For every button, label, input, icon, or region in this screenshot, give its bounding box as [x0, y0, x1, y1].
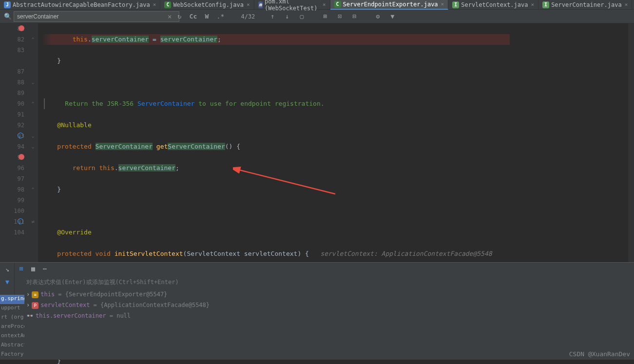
- find-down-icon[interactable]: ↓: [281, 11, 293, 22]
- chevron-right-icon[interactable]: ›: [26, 291, 30, 298]
- tab-label: pom.xml (WebSocketTest): [265, 0, 320, 12]
- editor: 81 82 83 87 88 89 90 91 92 93 94 95 96 9…: [0, 23, 634, 262]
- close-icon[interactable]: ×: [247, 1, 250, 8]
- add-selection-icon[interactable]: ⊞: [319, 11, 331, 22]
- line-num: 95: [0, 152, 24, 163]
- line-num: 100: [0, 206, 24, 216]
- frame-row[interactable]: rt (org.sp: [0, 313, 24, 323]
- tab-6[interactable]: CServerWe: [632, 0, 634, 10]
- line-num: 98: [0, 184, 24, 195]
- line-num: 94: [0, 141, 24, 152]
- line-num: 99: [0, 195, 24, 206]
- frame-row[interactable]: ontextAw: [0, 332, 24, 341]
- frame-row[interactable]: areProce: [0, 323, 24, 332]
- line-num: 93: [0, 131, 24, 141]
- var-row[interactable]: 👓this.serverContainer = null: [24, 310, 634, 321]
- line-num: 83: [0, 45, 24, 56]
- find-input[interactable]: [14, 11, 179, 22]
- clear-icon[interactable]: ×: [168, 13, 172, 20]
- regex-icon[interactable]: .*: [214, 11, 226, 22]
- gutter[interactable]: 81 82 83 87 88 89 90 91 92 93 94 95 96 9…: [0, 23, 28, 262]
- tab-label: WebSocketConfig.java: [173, 1, 244, 8]
- select-all-icon[interactable]: ▢: [296, 11, 307, 22]
- remove-occur-icon[interactable]: ⊟: [348, 11, 360, 22]
- line-num: 104: [0, 227, 24, 238]
- close-icon[interactable]: ×: [323, 1, 326, 8]
- tab-label: AbstractAutowireCapableBeanFactory.java: [13, 1, 150, 8]
- chevron-right-icon[interactable]: ›: [26, 302, 30, 308]
- line-num: 89: [0, 88, 24, 98]
- line-num: 96: [0, 163, 24, 173]
- field-icon: ≡: [32, 291, 38, 298]
- watches-tab-icon[interactable]: ▦: [28, 264, 38, 273]
- var-row[interactable]: ›≡this = {ServerEndpointExporter@5547}: [24, 289, 634, 300]
- line-num: 91: [0, 109, 24, 120]
- frame-row[interactable]: g.springfr: [0, 295, 24, 304]
- param-icon: P: [32, 302, 38, 309]
- tab-0[interactable]: JAbstractAutowireCapableBeanFactory.java…: [0, 0, 160, 10]
- filter-icon[interactable]: ▼: [0, 275, 15, 288]
- select-occur-icon[interactable]: ⊡: [334, 11, 346, 22]
- line-num: 92: [0, 120, 24, 131]
- close-icon[interactable]: ×: [153, 1, 156, 8]
- editor-tabs: JAbstractAutowireCapableBeanFactory.java…: [0, 0, 634, 10]
- tab-3[interactable]: CServerEndpointExporter.java×: [330, 0, 449, 10]
- step-icon[interactable]: ↘: [0, 263, 15, 275]
- line-num: 88: [0, 77, 24, 88]
- line-num: 81: [0, 23, 24, 34]
- glasses-icon: 👓: [26, 312, 34, 319]
- tab-label: ServletContext.java: [461, 1, 528, 8]
- find-bar: 🔍 × ↻ Cc W .* 4/32 ↑ ↓ ▢ ⊞ ⊡ ⊟ ⚙ ▼: [0, 10, 634, 23]
- tab-2[interactable]: mpom.xml (WebSocketTest)×: [254, 0, 330, 10]
- words-icon[interactable]: W: [201, 11, 212, 22]
- error-stripe[interactable]: [628, 23, 634, 262]
- fold-column[interactable]: ⌃⌄⌃⌄⌄⌃⇄: [28, 23, 38, 262]
- line-num: 101: [0, 216, 24, 227]
- debug-panel: ↘ ▼ ⊞ ▦ ⋯ 对表达式求值(Enter)或添加监视(Ctrl+Shift+…: [0, 262, 634, 360]
- tab-4[interactable]: IServletContext.java×: [448, 0, 538, 10]
- filter-icon[interactable]: ▼: [386, 11, 398, 22]
- watermark: CSDN @XuanRanDev: [569, 350, 630, 358]
- variables-tree[interactable]: ›≡this = {ServerEndpointExporter@5547} ›…: [24, 289, 634, 321]
- var-row[interactable]: ›PservletContext = {ApplicationContextFa…: [24, 300, 634, 310]
- line-num: 97: [0, 173, 24, 184]
- line-num: [0, 56, 24, 66]
- search-icon: 🔍: [4, 13, 12, 20]
- close-icon[interactable]: ×: [441, 1, 444, 7]
- tab-label: ServerEndpointExporter.java: [343, 1, 438, 8]
- breakpoint-icon[interactable]: [19, 25, 24, 31]
- settings-icon[interactable]: ⚙: [372, 11, 384, 22]
- variables-tab-icon[interactable]: ⊞: [17, 264, 26, 273]
- tab-label: ServerContainer.java: [551, 1, 622, 8]
- breakpoint-icon[interactable]: [19, 154, 24, 160]
- line-num: 87: [0, 66, 24, 77]
- prev-search-icon[interactable]: ↻: [173, 11, 185, 22]
- code-area[interactable]: this.serverContainer = serverContainer; …: [38, 23, 634, 262]
- find-up-icon[interactable]: ↑: [267, 11, 278, 22]
- tab-5[interactable]: IServerContainer.java×: [538, 0, 632, 10]
- more-tab-icon[interactable]: ⋯: [40, 264, 50, 273]
- override-icon[interactable]: [18, 133, 23, 138]
- close-icon[interactable]: ×: [531, 1, 535, 8]
- override-icon[interactable]: [18, 218, 23, 224]
- match-case-icon[interactable]: Cc: [187, 11, 199, 22]
- frame-row[interactable]: Abstract: [0, 341, 24, 350]
- tab-1[interactable]: CWebSocketConfig.java×: [160, 0, 254, 10]
- line-num: 82: [0, 34, 24, 45]
- frame-row[interactable]: Factory: [0, 350, 24, 360]
- find-count: 4/32: [241, 13, 255, 20]
- evaluate-input[interactable]: 对表达式求值(Enter)或添加监视(Ctrl+Shift+Enter): [24, 277, 634, 287]
- line-num: 90: [0, 98, 24, 109]
- close-icon[interactable]: ×: [625, 1, 628, 8]
- frames-list[interactable]: g.springfr upport (or rt (org.sp areProc…: [0, 295, 24, 360]
- frame-row[interactable]: upport (or: [0, 304, 24, 313]
